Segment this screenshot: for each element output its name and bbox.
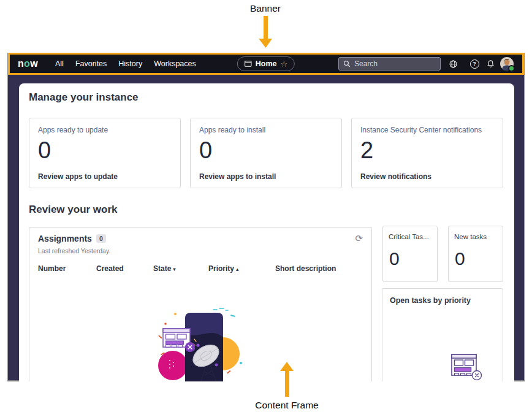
logo-letter: w	[30, 58, 38, 69]
card-value: 0	[199, 138, 212, 164]
notifications-bell-icon[interactable]	[485, 58, 496, 69]
home-pill-label: Home	[256, 59, 277, 68]
sort-down-icon: ▾	[173, 266, 176, 272]
column-header-state[interactable]: State▾	[153, 264, 176, 273]
card-title: Critical Tas...	[383, 226, 437, 240]
review-work-heading: Review your work	[29, 204, 118, 216]
globe-icon[interactable]	[447, 58, 458, 69]
nav-item-history[interactable]: History	[118, 59, 142, 68]
card-title: Apps ready to install	[199, 126, 333, 134]
column-header-priority[interactable]: Priority▴	[208, 264, 239, 273]
card-value: 0	[38, 138, 51, 164]
review-notifications-link[interactable]: Review notifications	[360, 172, 431, 181]
now-logo[interactable]: now	[18, 58, 38, 69]
assignments-title-text: Assignments	[38, 234, 92, 243]
empty-state-illustration	[154, 305, 246, 381]
card-title: Open tasks by priority	[382, 289, 503, 305]
question-glyph: ?	[473, 61, 476, 67]
content-frame: Manage your instance Apps ready to updat…	[19, 83, 514, 381]
nav-item-all[interactable]: All	[55, 59, 64, 68]
search-box[interactable]	[338, 57, 441, 71]
card-value: 2	[360, 138, 373, 164]
card-title: Apps ready to update	[38, 126, 172, 134]
assignments-panel: Assignments 0 Last refreshed Yesterday. …	[29, 227, 372, 381]
card-apps-ready-to-install: Apps ready to install 0 Review apps to i…	[190, 118, 342, 188]
instance-cards-row: Apps ready to update 0 Review apps to up…	[29, 118, 503, 188]
review-apps-to-install-link[interactable]: Review apps to install	[199, 172, 276, 181]
banner-nav: All Favorites History Workspaces	[55, 55, 196, 73]
sort-up-icon: ▴	[236, 266, 239, 272]
logo-letter: n	[18, 58, 24, 69]
search-icon	[343, 60, 351, 67]
column-label: State	[153, 264, 171, 273]
logo-letter-accent: o	[24, 58, 30, 69]
help-icon[interactable]: ?	[469, 58, 480, 69]
column-label: Number	[38, 264, 66, 273]
nav-item-workspaces[interactable]: Workspaces	[154, 59, 196, 68]
manage-instance-heading: Manage your instance	[29, 91, 139, 104]
assignments-title: Assignments 0	[38, 234, 106, 243]
review-apps-to-update-link[interactable]: Review apps to update	[38, 172, 118, 181]
content-frame-annotation-label: Content Frame	[255, 400, 318, 411]
content-frame-annotation-arrow-icon	[280, 362, 294, 397]
home-window-icon	[245, 61, 252, 67]
favorite-star-icon[interactable]: ☆	[281, 60, 288, 68]
card-value: 0	[455, 248, 465, 269]
last-refreshed-text: Last refreshed Yesterday.	[38, 247, 110, 254]
column-label: Created	[96, 264, 124, 273]
card-apps-ready-to-update: Apps ready to update 0 Review apps to up…	[29, 118, 181, 188]
assignments-count-badge: 0	[96, 234, 106, 243]
banner-annotation-arrow-icon	[259, 16, 272, 48]
column-header-created[interactable]: Created	[96, 264, 126, 273]
column-header-number[interactable]: Number	[38, 264, 67, 273]
column-label: Short description	[275, 264, 336, 273]
servicenow-window: now All Favorites History Workspaces Hom…	[7, 53, 525, 381]
nav-item-favorites[interactable]: Favorites	[75, 59, 107, 68]
empty-chart-illustration	[451, 353, 484, 381]
user-avatar[interactable]	[500, 57, 514, 71]
annotated-screenshot: Banner now All Favorites History Workspa…	[0, 0, 532, 417]
refresh-icon[interactable]: ⟳	[354, 232, 364, 244]
card-new-tasks: New tasks 0	[448, 226, 503, 282]
card-open-tasks-by-priority: Open tasks by priority	[382, 288, 503, 381]
polaris-banner: now All Favorites History Workspaces Hom…	[8, 53, 524, 75]
card-title: Instance Security Center notifications	[360, 126, 494, 134]
home-pill-button[interactable]: Home ☆	[237, 56, 295, 71]
card-security-notifications: Instance Security Center notifications 2…	[351, 118, 503, 188]
column-header-short-description[interactable]: Short description	[275, 264, 338, 273]
banner-annotation-label: Banner	[250, 3, 281, 14]
presence-status-dot	[508, 65, 515, 72]
card-value: 0	[389, 248, 400, 269]
column-label: Priority	[208, 264, 234, 273]
card-critical-tasks: Critical Tas... 0	[382, 226, 438, 282]
search-input[interactable]	[353, 59, 440, 69]
card-title: New tasks	[449, 226, 503, 240]
